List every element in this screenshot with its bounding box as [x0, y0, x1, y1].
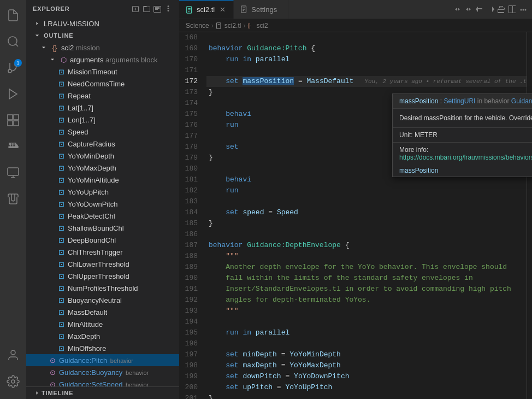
open-file-icon[interactable] [497, 5, 506, 14]
outline-item-captureradius[interactable]: ⊡ CaptureRadius [26, 138, 179, 150]
outline-item-buoyancyneutral[interactable]: ⊡ BuoyancyNeutral [26, 294, 179, 306]
line-content: Another depth envelope for the YoYo beha… [206, 262, 527, 273]
outline-item-guidance-setspeed[interactable]: ⊙ Guidance:SetSpeed behavior [26, 378, 179, 386]
line-content [206, 32, 527, 43]
outline-item-yoyominaltitude[interactable]: ⊡ YoYoMinAltitude [26, 174, 179, 186]
outline-item-missiontimeout[interactable]: ⊡ MissionTimeout [26, 66, 179, 78]
svg-marker-5 [9, 89, 17, 99]
navigate-forward-icon[interactable] [486, 5, 495, 14]
outline-item-lon[interactable]: ⊡ Lon[1..7] [26, 114, 179, 126]
outline-item-massdefault[interactable]: ⊡ MassDefault [26, 306, 179, 318]
outline-item-arguments[interactable]: ⬡ arguments arguments block [26, 54, 179, 66]
outline-item-yoyomindepth[interactable]: ⊡ YoYoMinDepth [26, 150, 179, 162]
sidebar-item-lrauv-mission[interactable]: LRAUV-MISSION [26, 17, 179, 30]
activity-bar: 1 [0, 0, 26, 399]
new-folder-icon[interactable] [142, 4, 151, 13]
table-row: 168 [179, 32, 527, 43]
line-content: set massPosition = MassDefaultYou, 2 yea… [206, 76, 527, 87]
tab-settings[interactable]: Settings [234, 0, 288, 19]
breadcrumb-object-icon: {} [247, 22, 254, 29]
autocomplete-completion-item[interactable]: massPosition [393, 165, 532, 177]
files-icon[interactable] [0, 2, 26, 28]
behavior-pitch-icon: ⊙ [48, 356, 57, 365]
outline-item-chlupperthreshold[interactable]: ⊡ ChlUpperThreshold [26, 270, 179, 282]
param-icon: ⊡ [57, 187, 66, 196]
table-row: 185 } [179, 218, 527, 229]
autocomplete-param: massPosition [399, 97, 438, 105]
editor[interactable]: 168 169 behavior Guidance:Pitch { 170 ru… [179, 32, 527, 399]
outline-item-maxdepth[interactable]: ⊡ MaxDepth [26, 330, 179, 342]
param-icon: ⊡ [57, 115, 66, 124]
autocomplete-more-info: More info: https://docs.mbari.org/lrauvm… [393, 143, 532, 165]
line-number: 195 [179, 327, 206, 338]
param-icon: ⊡ [57, 332, 66, 341]
outline-item-guidance-pitch[interactable]: ⊙ Guidance:Pitch behavior [26, 354, 179, 366]
outline-item-chllowerthreshold[interactable]: ⊡ ChlLowerThreshold [26, 258, 179, 270]
param-label: Speed [68, 128, 88, 136]
account-icon[interactable] [0, 342, 26, 368]
history-back-action-icon[interactable] [453, 5, 462, 14]
autocomplete-description: Desired massPosition for the vehicle. Ov… [393, 109, 532, 128]
tab-settings-label: Settings [251, 5, 277, 14]
line-number: 180 [179, 163, 206, 174]
more-options-icon[interactable] [164, 4, 173, 13]
param-icon: ⊡ [57, 139, 66, 148]
outline-item-yoyodownpitch[interactable]: ⊡ YoYoDownPitch [26, 198, 179, 210]
new-file-icon[interactable] [131, 4, 140, 13]
outline-item-yoyomaxdepth[interactable]: ⊡ YoYoMaxDepth [26, 162, 179, 174]
extensions-icon[interactable] [0, 107, 26, 133]
debug-icon[interactable] [0, 81, 26, 107]
line-number: 200 [179, 382, 206, 393]
search-icon[interactable] [0, 28, 26, 55]
outline-item-chlthreshtrigger[interactable]: ⊡ ChlThreshTrigger [26, 246, 179, 258]
sidebar-item-outline[interactable]: OUTLINE [26, 30, 179, 42]
breadcrumb-sci2-item[interactable]: sci2 [256, 22, 268, 30]
param-label: MinOffshore [68, 344, 107, 353]
docker-icon[interactable] [0, 133, 26, 160]
more-actions-icon[interactable] [519, 5, 528, 14]
outline-item-shallowboundchl[interactable]: ⊡ ShallowBoundChl [26, 222, 179, 234]
table-row: 170 run in parallel [179, 54, 527, 65]
outline-item-lat[interactable]: ⊡ Lat[1..7] [26, 102, 179, 114]
line-number: 192 [179, 295, 206, 306]
split-editor-icon[interactable] [508, 5, 517, 14]
outline-item-speed[interactable]: ⊡ Speed [26, 126, 179, 138]
table-row: 190 fall within the limits of the standa… [179, 273, 527, 284]
outline-item-deepboundchl[interactable]: ⊡ DeepBoundChl [26, 234, 179, 246]
chevron-right-icon [48, 55, 57, 64]
chevron-right-icon [33, 19, 42, 28]
remote-icon[interactable] [0, 160, 26, 186]
outline-item-minoffshore[interactable]: ⊡ MinOffshore [26, 342, 179, 354]
outline-item-sci2[interactable]: {} sci2 mission [26, 42, 179, 54]
autocomplete-context: in behavior [477, 97, 511, 105]
tl-file-icon [186, 6, 193, 14]
outline-item-peakdetectchl[interactable]: ⊡ PeakDetectChl [26, 210, 179, 222]
breadcrumb-science[interactable]: Science [186, 22, 209, 30]
outline-item-guidance-buoyancy[interactable]: ⊙ Guidance:Buoyancy behavior [26, 366, 179, 378]
tab-close-icon[interactable]: ✕ [218, 5, 227, 14]
tab-sci2[interactable]: sci2.tl ✕ [179, 0, 234, 19]
line-content: set upPitch = YoYoUpPitch [206, 382, 527, 393]
outline-item-numprofilesthreshold[interactable]: ⊡ NumProfilesThreshold [26, 282, 179, 294]
autocomplete-popup: massPosition : SettingURI in behavior Gu… [392, 93, 532, 177]
autocomplete-completion-label: massPosition [399, 167, 438, 174]
autocomplete-link[interactable]: https://docs.mbari.org/lrauvmissions/beh… [399, 154, 532, 161]
outline-item-minaltitude[interactable]: ⊡ MinAltitude [26, 318, 179, 330]
autocomplete-unit: Unit: METER [393, 128, 532, 143]
test-icon[interactable] [0, 186, 26, 212]
breadcrumb-filename[interactable]: sci2.tl [224, 22, 241, 30]
history-forward-action-icon[interactable] [464, 5, 473, 14]
collapse-all-icon[interactable] [153, 4, 162, 13]
args-icon: ⬡ [59, 55, 68, 64]
timeline-header[interactable]: TIMELINE [26, 387, 179, 399]
gear-icon[interactable] [0, 368, 26, 395]
source-control-icon[interactable]: 1 [0, 55, 26, 81]
outline-item-yoyouppitch[interactable]: ⊡ YoYoUpPitch [26, 186, 179, 198]
line-number: 177 [179, 131, 206, 142]
line-content: run in parallel [206, 54, 527, 65]
svg-line-1 [16, 44, 18, 46]
navigate-back-icon[interactable] [475, 5, 484, 14]
outline-item-needcommstime[interactable]: ⊡ NeedCommsTime [26, 78, 179, 90]
outline-item-repeat[interactable]: ⊡ Repeat [26, 90, 179, 102]
table-row: 188 """ [179, 251, 527, 262]
